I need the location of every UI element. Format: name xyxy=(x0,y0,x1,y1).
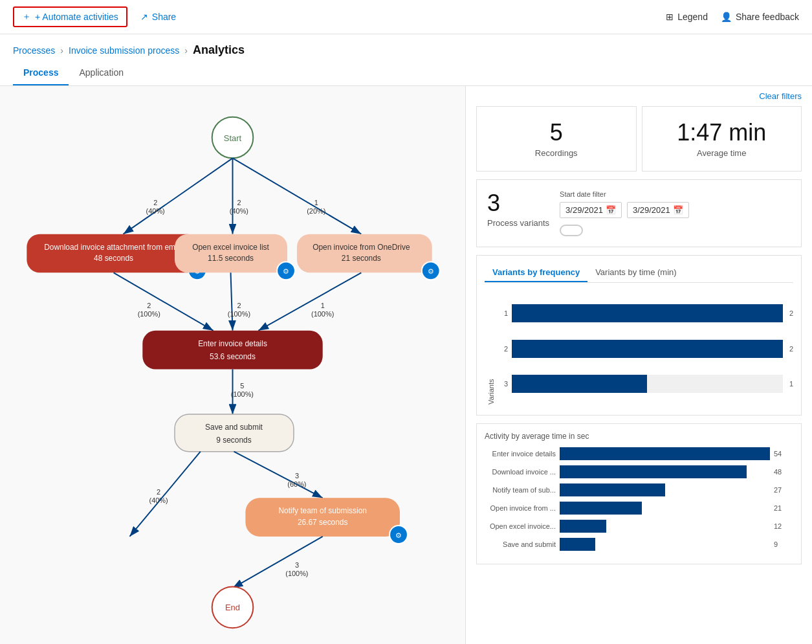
date-to[interactable]: 3/29/2021 📅 xyxy=(627,202,689,218)
activity-container-2 xyxy=(560,465,770,478)
edge-enter-save-label-b: (100%) xyxy=(231,390,254,398)
activity-label-2: Download invoice ... xyxy=(485,468,556,476)
excel-automate-icon: ⚙ xyxy=(283,267,289,275)
bar-label-2: 2 xyxy=(498,345,508,353)
clear-filters-button[interactable]: Clear filters xyxy=(759,91,802,101)
save-sublabel: 9 seconds xyxy=(216,436,251,445)
chart-tabs: Variants by frequency Variants by time (… xyxy=(485,263,793,283)
edge-notify-end-label-b: (100%) xyxy=(285,570,308,577)
activity-fill-5 xyxy=(560,520,606,533)
activity-label-6: Save and submit xyxy=(485,540,556,548)
panel-header: Clear filters xyxy=(466,86,812,106)
calendar-icon-from: 📅 xyxy=(606,205,616,215)
chart-tab-time[interactable]: Variants by time (min) xyxy=(587,263,684,282)
date-inputs: 3/29/2021 📅 3/29/2021 📅 xyxy=(560,202,791,218)
breadcrumb-processes[interactable]: Processes xyxy=(13,45,55,56)
edge-enter-save-label: 5 xyxy=(240,382,244,390)
feedback-button[interactable]: 👤 Share feedback xyxy=(721,12,799,22)
breadcrumb-invoice[interactable]: Invoice submission process xyxy=(69,45,179,56)
tab-application[interactable]: Application xyxy=(69,61,134,85)
recordings-count: 5 xyxy=(490,120,623,146)
breadcrumb-sep-1: › xyxy=(60,45,63,56)
edge-excel-enter xyxy=(231,272,233,330)
edge-label-2: 2 xyxy=(237,199,241,206)
activity-fill-4 xyxy=(560,502,642,515)
activity-fill-6 xyxy=(560,538,595,551)
activity-container-6 xyxy=(560,538,770,551)
onedrive-automate-icon: ⚙ xyxy=(428,267,434,275)
activity-label-4: Open invoice from ... xyxy=(485,504,556,512)
save-node[interactable] xyxy=(175,414,294,452)
date-filter: Start date filter 3/29/2021 📅 3/29/2021 … xyxy=(560,190,791,236)
edge-start-onedrive xyxy=(233,158,362,234)
bar-row-1: 1 2 xyxy=(498,304,793,322)
edge-label-3: 1 xyxy=(314,199,318,206)
tab-process[interactable]: Process xyxy=(13,61,69,85)
excel-label: Open excel invoice list xyxy=(192,243,269,252)
excel-sublabel: 11.5 seconds xyxy=(208,254,254,263)
recordings-label: Recordings xyxy=(490,148,623,158)
date-from[interactable]: 3/29/2021 📅 xyxy=(560,202,622,218)
variants-row: 3 Process variants Start date filter 3/2… xyxy=(487,190,791,236)
feedback-icon: 👤 xyxy=(721,12,732,22)
main-content: Start 2 (40%) 2 (40%) 1 (20%) Download i… xyxy=(0,86,812,644)
chart-tab-frequency[interactable]: Variants by frequency xyxy=(485,263,587,282)
activity-value-4: 21 xyxy=(774,504,793,512)
automate-button[interactable]: ＋ + Automate activities xyxy=(13,6,127,27)
edge-mid-3b: (100%) xyxy=(311,310,334,318)
bar-container-2 xyxy=(512,340,783,358)
legend-button[interactable]: ⊞ Legend xyxy=(666,12,708,22)
edge-onedrive-enter xyxy=(258,272,361,330)
activity-value-2: 48 xyxy=(774,468,793,476)
edge-label-3b: (20%) xyxy=(307,207,325,215)
bar-label-3: 3 xyxy=(498,380,508,388)
automate-label: + Automate activities xyxy=(35,12,118,22)
bar-container-3 xyxy=(512,375,783,393)
share-button[interactable]: ↗ Share xyxy=(140,12,176,22)
topbar-right: ⊞ Legend 👤 Share feedback xyxy=(666,12,799,22)
activity-container-5 xyxy=(560,520,770,533)
bar-fill-1 xyxy=(512,304,783,322)
avg-time-value: 1:47 min xyxy=(655,120,789,146)
breadcrumb-current: Analytics xyxy=(193,43,245,57)
download-label: Download invoice attachment from email xyxy=(44,243,183,252)
legend-label: Legend xyxy=(677,12,708,22)
breadcrumb: Processes › Invoice submission process ›… xyxy=(0,34,812,61)
bar-value-1: 2 xyxy=(789,309,793,317)
breadcrumb-sep-2: › xyxy=(184,45,188,56)
activity-label-5: Open excel invoice... xyxy=(485,522,556,530)
activity-container-1 xyxy=(560,447,770,460)
edge-save-notify-label: 3 xyxy=(295,472,299,480)
activity-bar-row-4: Open invoice from ... 21 xyxy=(485,502,793,515)
toggle-row xyxy=(560,225,791,236)
enter-label: Enter invoice details xyxy=(198,339,267,348)
plus-icon: ＋ xyxy=(22,11,31,23)
avg-time-label: Average time xyxy=(655,148,789,158)
edge-label-1: 2 xyxy=(153,199,157,206)
right-panel: Clear filters 5 Recordings 1:47 min Aver… xyxy=(466,86,812,644)
activity-fill-2 xyxy=(560,465,747,478)
share-icon: ↗ xyxy=(140,12,148,22)
edge-mid-2: 2 xyxy=(237,302,241,309)
edge-mid-1: 2 xyxy=(147,302,151,309)
bar-row-2: 2 2 xyxy=(498,340,793,358)
activity-container-4 xyxy=(560,502,770,515)
activity-chart-section: Activity by average time in sec Enter in… xyxy=(476,423,802,564)
edge-start-download xyxy=(123,158,232,234)
activity-container-3 xyxy=(560,483,770,496)
start-label: Start xyxy=(224,133,242,143)
notify-automate-icon: ⚙ xyxy=(395,531,402,539)
edge-label-1b: (40%) xyxy=(146,207,165,215)
bar-value-2: 2 xyxy=(789,345,793,353)
activity-bar-row-3: Notify team of sub... 27 xyxy=(485,483,793,496)
variants-label: Process variants xyxy=(487,218,549,228)
variants-count: 3 xyxy=(487,190,549,216)
edge-save-notify-label-b: (60%) xyxy=(287,480,306,488)
enter-node[interactable] xyxy=(142,331,322,370)
share-label: Share xyxy=(152,12,176,22)
end-label: End xyxy=(225,603,240,612)
bar-chart-content: 1 2 2 2 3 xyxy=(498,291,793,407)
activity-label-3: Notify team of sub... xyxy=(485,486,556,494)
date-filter-toggle[interactable] xyxy=(560,225,583,236)
edge-label-2b: (40%) xyxy=(230,207,248,215)
